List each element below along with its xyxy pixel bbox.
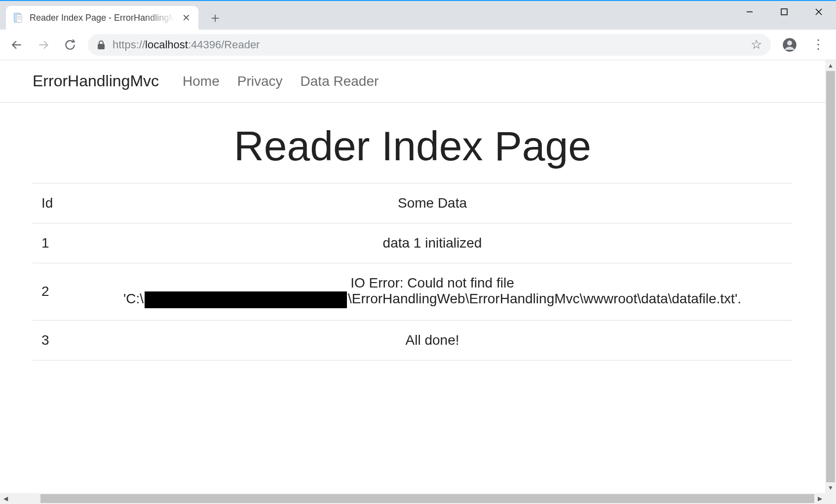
tab-close-icon[interactable]: ✕ (181, 13, 191, 23)
cell-id: 3 (33, 320, 72, 360)
data-table: Id Some Data 1 data 1 initialized 2 IO E… (33, 183, 793, 360)
nav-home[interactable]: Home (183, 73, 220, 89)
new-tab-button[interactable]: ＋ (203, 6, 227, 30)
scroll-left-icon[interactable]: ◀ (0, 493, 11, 504)
nav-privacy[interactable]: Privacy (237, 73, 283, 89)
profile-button[interactable] (780, 35, 799, 55)
error-prefix: IO Error: Could not find file (81, 275, 784, 291)
window-controls (732, 1, 836, 30)
window-maximize-button[interactable] (767, 1, 801, 23)
scroll-down-icon[interactable]: ▼ (825, 482, 836, 493)
scroll-right-icon[interactable]: ▶ (814, 493, 825, 504)
cell-data: data 1 initialized (72, 223, 793, 263)
url-host: localhost (145, 38, 188, 51)
reload-button[interactable] (61, 36, 79, 54)
error-path-after: \ErrorHandlingWeb\ErrorHandlingMvc\wwwro… (348, 291, 741, 306)
site-navbar: ErrorHandlingMvc Home Privacy Data Reade… (0, 60, 825, 103)
vertical-scrollbar[interactable]: ▲ ▼ (825, 60, 836, 493)
svg-point-13 (787, 40, 792, 45)
nav-data-reader[interactable]: Data Reader (301, 73, 379, 89)
brand-link[interactable]: ErrorHandlingMvc (33, 72, 159, 90)
url-text: https://localhost:44396/Reader (113, 38, 744, 51)
page-viewport: ErrorHandlingMvc Home Privacy Data Reade… (0, 60, 825, 493)
url-scheme: https:// (113, 38, 145, 51)
window-minimize-button[interactable] (732, 1, 767, 23)
address-bar[interactable]: https://localhost:44396/Reader ☆ (88, 34, 771, 56)
col-data: Some Data (72, 183, 793, 223)
svg-rect-11 (98, 44, 105, 49)
tab-title: Reader Index Page - ErrorHandlingMvc (30, 13, 175, 23)
table-row: 3 All done! (33, 320, 793, 360)
kebab-menu-button[interactable]: ⋮ (808, 35, 828, 55)
col-id: Id (33, 183, 72, 223)
table-row: 1 data 1 initialized (33, 223, 793, 263)
window-close-button[interactable] (801, 1, 836, 23)
cell-id: 1 (33, 223, 72, 263)
browser-tab[interactable]: Reader Index Page - ErrorHandlingMvc ✕ (6, 6, 198, 30)
cell-data: IO Error: Could not find file 'C:\\Error… (72, 263, 793, 321)
svg-rect-1 (16, 15, 22, 23)
scrollbar-corner (825, 493, 836, 504)
lock-icon (97, 40, 106, 50)
cell-data: All done! (72, 320, 793, 360)
table-header-row: Id Some Data (33, 183, 793, 223)
svg-rect-6 (781, 9, 787, 15)
vertical-scroll-thumb[interactable] (826, 71, 835, 482)
table-row: 2 IO Error: Could not find file 'C:\\Err… (33, 263, 793, 321)
horizontal-scroll-thumb[interactable] (40, 494, 814, 503)
browser-titlebar: Reader Index Page - ErrorHandlingMvc ✕ ＋ (0, 1, 836, 30)
error-path-before: 'C:\ (123, 291, 144, 306)
redacted-segment (145, 291, 347, 308)
tab-favicon-icon (13, 12, 24, 23)
horizontal-scrollbar[interactable]: ◀ ▶ (0, 493, 836, 504)
page-title: Reader Index Page (33, 122, 793, 170)
bookmark-star-icon[interactable]: ☆ (751, 37, 762, 52)
scroll-up-icon[interactable]: ▲ (825, 60, 836, 71)
cell-id: 2 (33, 263, 72, 321)
browser-toolbar: https://localhost:44396/Reader ☆ ⋮ (0, 30, 836, 60)
url-path: :44396/Reader (188, 38, 260, 51)
back-button[interactable] (8, 36, 26, 54)
forward-button[interactable] (35, 36, 52, 54)
